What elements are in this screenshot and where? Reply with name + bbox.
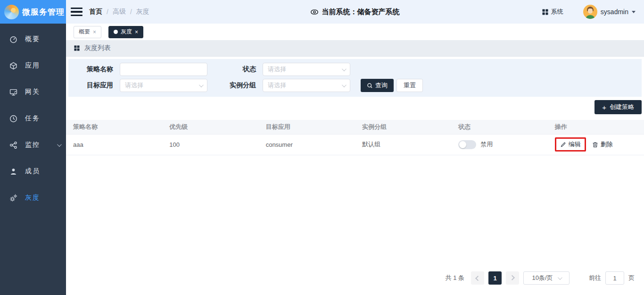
search-button-label: 查询 — [375, 81, 388, 90]
app-cube-icon — [9, 62, 17, 70]
sidebar-item-members[interactable]: 成员 — [0, 158, 66, 185]
policy-table: 策略名称 优先级 目标应用 实例分组 状态 操作 aaa 100 consume… — [66, 120, 644, 155]
member-icon — [9, 168, 17, 176]
select-placeholder: 请选择 — [268, 81, 286, 90]
select-placeholder: 请选择 — [268, 65, 286, 74]
close-icon[interactable]: × — [135, 29, 138, 35]
current-system-indicator: 当前系统：储备资产系统 — [311, 8, 400, 17]
chevron-down-icon — [342, 67, 347, 71]
sidebar-item-label: 成员 — [25, 167, 40, 176]
sidebar-item-monitoring[interactable]: 监控 — [0, 132, 66, 158]
create-policy-button[interactable]: + 创建策略 — [594, 100, 642, 114]
cell-actions: 编辑 删除 — [548, 134, 644, 155]
goto-page-group: 前往 页 — [589, 271, 635, 285]
cell-instance-group: 默认组 — [355, 134, 451, 155]
chevron-right-icon — [510, 275, 515, 280]
top-bar: 首页 / 高级 / 灰度 当前系统：储备资产系统 系统 — [66, 0, 644, 24]
sidebar-item-tasks[interactable]: 任务 — [0, 105, 66, 132]
eye-icon — [311, 8, 319, 16]
policy-name-label: 策略名称 — [68, 65, 113, 74]
create-policy-label: 创建策略 — [610, 103, 634, 111]
page-suffix-label: 页 — [628, 274, 635, 282]
system-label: 系统 — [551, 8, 563, 16]
app-title: 微服务管理 — [22, 7, 65, 17]
tab-label: 灰度 — [121, 28, 132, 36]
sidebar-item-label: 监控 — [25, 141, 40, 149]
tab-overview[interactable]: 概要 × — [74, 26, 101, 38]
col-actions: 操作 — [548, 120, 644, 134]
table-toolbar: + 创建策略 — [66, 97, 644, 120]
target-app-label: 目标应用 — [68, 81, 113, 90]
dashboard-icon — [9, 35, 17, 43]
gray-gears-icon — [9, 194, 17, 202]
page-number-active[interactable]: 1 — [488, 271, 502, 285]
instance-group-select[interactable]: 请选择 — [263, 79, 350, 92]
col-instance-group: 实例分组 — [355, 120, 451, 134]
delete-button-label: 删除 — [601, 140, 613, 149]
app-root: 微服务管理 概要 应用 网关 — [0, 0, 644, 295]
sidebar-item-label: 灰度 — [25, 194, 40, 202]
username[interactable]: sysadmin — [601, 8, 628, 16]
avatar-body — [586, 15, 595, 19]
breadcrumb-gray: 灰度 — [136, 8, 149, 16]
annotation-highlight-box: 编辑 — [555, 137, 586, 152]
status-toggle[interactable] — [458, 140, 476, 149]
goto-page-input[interactable] — [605, 271, 624, 285]
gateway-icon — [9, 88, 17, 96]
breadcrumb: 首页 / 高级 / 灰度 — [89, 8, 149, 16]
select-placeholder: 请选择 — [125, 81, 143, 90]
status-text: 禁用 — [480, 140, 493, 149]
tab-bar: 概要 × 灰度 × — [66, 24, 644, 40]
reset-button[interactable]: 重置 — [396, 79, 423, 92]
toggle-knob — [459, 141, 466, 148]
cell-priority: 100 — [162, 134, 258, 155]
app-logo[interactable]: 微服务管理 — [0, 0, 66, 24]
filter-panel: 策略名称 状态 请选择 目标应用 请选择 实例分组 请选择 — [68, 59, 642, 97]
table-row: aaa 100 consumer 默认组 禁用 — [66, 134, 644, 155]
page-size-select[interactable]: 10条/页 — [523, 271, 570, 285]
col-priority: 优先级 — [162, 120, 258, 134]
target-app-select[interactable]: 请选择 — [120, 79, 207, 92]
search-button[interactable]: 查询 — [361, 79, 394, 92]
status-select[interactable]: 请选择 — [263, 63, 350, 76]
chevron-left-icon — [475, 276, 480, 281]
goto-label: 前往 — [589, 274, 601, 282]
breadcrumb-separator: / — [130, 8, 132, 16]
breadcrumb-separator: / — [107, 8, 108, 16]
cell-target-app: consumer — [259, 134, 355, 155]
cell-status: 禁用 — [451, 134, 547, 155]
delete-button[interactable]: 删除 — [592, 140, 613, 149]
trash-icon — [592, 142, 598, 148]
sidebar-menu: 概要 应用 网关 任务 — [0, 24, 66, 211]
page-title: 灰度列表 — [84, 44, 111, 52]
prev-page-button[interactable] — [471, 271, 484, 285]
main-area: 首页 / 高级 / 灰度 当前系统：储备资产系统 系统 — [66, 0, 644, 295]
hamburger-menu-icon[interactable] — [71, 8, 83, 17]
sidebar-item-label: 应用 — [25, 61, 40, 70]
chevron-down-icon — [57, 142, 62, 147]
close-icon[interactable]: × — [93, 29, 96, 35]
sidebar-item-applications[interactable]: 应用 — [0, 52, 66, 79]
pagination-total: 共 1 条 — [446, 274, 464, 282]
breadcrumb-home[interactable]: 首页 — [89, 8, 102, 16]
sidebar-item-gateway[interactable]: 网关 — [0, 79, 66, 105]
user-dropdown-caret-icon[interactable] — [632, 11, 636, 15]
tab-label: 概要 — [79, 28, 90, 36]
sidebar-item-overview[interactable]: 概要 — [0, 26, 66, 52]
next-page-button[interactable] — [506, 271, 519, 285]
filter-row-1: 策略名称 状态 请选择 — [68, 63, 642, 76]
edit-button[interactable]: 编辑 — [560, 140, 581, 149]
breadcrumb-advanced: 高级 — [113, 8, 126, 16]
system-switcher[interactable]: 系统 — [542, 8, 563, 16]
table-header-row: 策略名称 优先级 目标应用 实例分组 状态 操作 — [66, 120, 644, 134]
tab-gray-release[interactable]: 灰度 × — [108, 26, 143, 38]
edit-button-label: 编辑 — [569, 140, 581, 149]
status-label: 状态 — [207, 65, 256, 74]
chevron-down-icon — [342, 83, 347, 87]
current-system-text: 当前系统：储备资产系统 — [322, 8, 400, 17]
sidebar-item-label: 任务 — [25, 114, 40, 123]
policy-name-input[interactable] — [120, 63, 207, 76]
sidebar-item-gray-release[interactable]: 灰度 — [0, 185, 66, 211]
sidebar-item-label: 网关 — [25, 88, 40, 96]
avatar[interactable] — [583, 5, 597, 19]
